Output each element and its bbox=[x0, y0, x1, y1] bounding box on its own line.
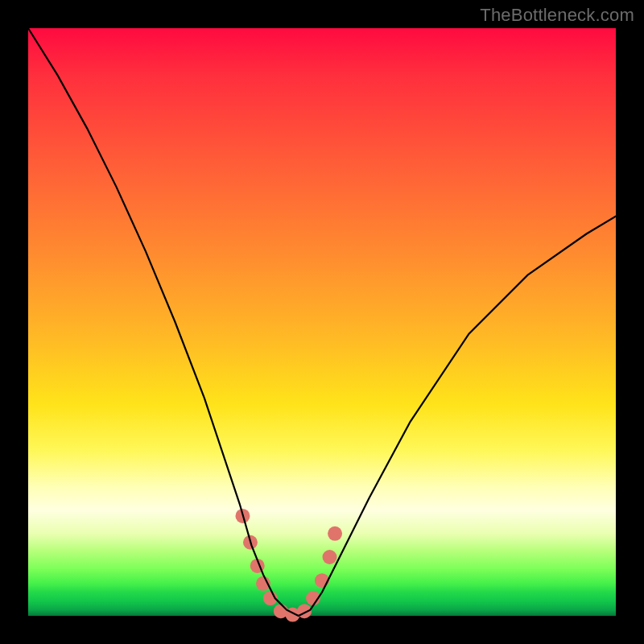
bottleneck-curve-path bbox=[28, 28, 616, 616]
valley-marker-dot bbox=[322, 550, 336, 564]
valley-marker-dot bbox=[328, 526, 342, 541]
valley-markers-group bbox=[235, 509, 342, 622]
chart-frame: TheBottleneck.com bbox=[0, 0, 644, 644]
curve-layer bbox=[28, 28, 616, 616]
watermark-text: TheBottleneck.com bbox=[480, 5, 634, 26]
plot-area bbox=[28, 28, 616, 616]
